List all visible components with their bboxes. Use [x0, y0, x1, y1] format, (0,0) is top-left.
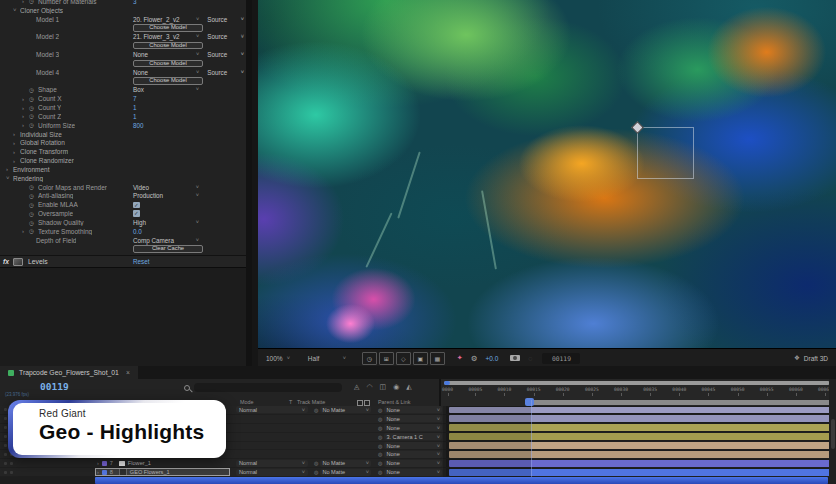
stopwatch-icon[interactable] — [29, 184, 38, 190]
mode-dropdown[interactable]: Normal — [236, 469, 308, 476]
table-row[interactable]: 8 GEO Flowers_1 Normal No Matte None — [0, 468, 836, 477]
draft-3d-toggle[interactable]: Draft 3D — [794, 354, 828, 362]
track-matte-cell[interactable]: No Matte — [314, 469, 371, 476]
effect-row[interactable]: › Count Y 1 1 1 — [0, 103, 246, 112]
source-dropdown[interactable]: Source — [207, 16, 244, 23]
transparency-grid-icon[interactable] — [430, 352, 445, 365]
eye-icon[interactable] — [4, 462, 7, 465]
twirl-icon[interactable]: › — [22, 0, 29, 4]
parent-link-cell[interactable]: None — [378, 460, 442, 467]
checkbox[interactable] — [133, 202, 140, 209]
resolution-dropdown[interactable]: Half — [308, 355, 346, 362]
twirl-icon[interactable]: › — [13, 131, 20, 137]
frame-blending-icon[interactable] — [380, 383, 387, 391]
search-input[interactable] — [194, 383, 342, 392]
stopwatch-icon[interactable] — [29, 220, 38, 226]
pickwhip-icon[interactable] — [314, 469, 318, 475]
effect-row[interactable]: Clear Cache Clear Cache Clear Cache — [0, 245, 246, 254]
stopwatch-icon[interactable] — [29, 211, 38, 217]
twirl-icon[interactable]: ˅ — [6, 175, 13, 181]
work-area-bar[interactable] — [531, 400, 832, 405]
graph-editor-icon[interactable] — [406, 383, 411, 391]
timeline-scrollbar[interactable] — [829, 379, 836, 484]
preview-time-icon[interactable] — [362, 352, 377, 365]
effect-row[interactable]: › Clone Randomizer — [0, 156, 246, 165]
layer-name-cell[interactable]: 8 GEO Flowers_1 — [95, 468, 230, 476]
mini-flowchart-icon[interactable] — [354, 383, 359, 391]
parent-link-cell[interactable]: None — [378, 406, 442, 413]
property-value[interactable]: 1 — [133, 104, 137, 111]
effect-row[interactable]: Choose Model Choose Model Choose Model — [0, 24, 246, 33]
property-dropdown[interactable]: None — [133, 51, 199, 58]
parent-link-column-header[interactable]: Parent & Link — [378, 399, 410, 405]
layer-name-cell[interactable]: 7 Flower_1 — [95, 459, 230, 467]
property-dropdown[interactable]: 21. Flower_3_v2 — [133, 33, 199, 40]
pickwhip-icon[interactable] — [378, 469, 382, 475]
stopwatch-icon[interactable] — [29, 105, 38, 111]
twirl-icon[interactable] — [97, 460, 99, 466]
time-navigator-bar[interactable] — [444, 381, 830, 385]
twirl-icon[interactable]: › — [13, 149, 20, 155]
track-matte-dropdown[interactable]: No Matte — [320, 406, 371, 413]
twirl-icon[interactable]: › — [22, 105, 29, 111]
eye-icon[interactable] — [4, 471, 7, 474]
effect-row[interactable]: Model 3 None None Source None — [0, 50, 246, 59]
effect-row[interactable]: Shape Box Box Box — [0, 85, 246, 94]
property-dropdown[interactable]: Comp Camera — [133, 237, 199, 244]
property-dropdown[interactable]: Video — [133, 184, 199, 191]
stopwatch-icon[interactable] — [29, 96, 38, 102]
levels-effect-row[interactable]: fx Levels Reset — [0, 255, 246, 267]
effect-row[interactable]: › Environment — [0, 165, 246, 174]
stopwatch-icon[interactable] — [29, 202, 38, 208]
twirl-icon[interactable]: › — [22, 228, 29, 234]
close-icon[interactable]: × — [126, 369, 130, 376]
track-matte-cell[interactable]: No Matte — [314, 460, 371, 467]
parent-link-cell[interactable]: None — [378, 415, 442, 422]
time-navigator-handle[interactable] — [444, 381, 450, 385]
effect-row[interactable]: Color Maps and Render Video Video Video — [0, 183, 246, 192]
parent-dropdown[interactable]: None — [384, 469, 442, 476]
preview-frame-field[interactable]: 00119 — [542, 353, 580, 364]
eye-icon[interactable] — [4, 453, 7, 456]
mode-dropdown[interactable]: Normal — [236, 460, 308, 467]
parent-dropdown[interactable]: None — [384, 415, 442, 422]
choose-model-button[interactable]: Choose Model — [133, 42, 203, 49]
effect-row[interactable]: › Clone Transform — [0, 147, 246, 156]
property-dropdown[interactable]: Production — [133, 192, 199, 199]
stopwatch-icon[interactable] — [29, 87, 38, 93]
grid-guides-icon[interactable] — [379, 352, 394, 365]
parent-link-cell[interactable]: None — [378, 442, 442, 449]
effect-row[interactable]: Oversample — [0, 209, 246, 218]
track-matte-column-header[interactable]: Track Matte — [297, 399, 325, 405]
effect-row[interactable]: Choose Model Choose Model Choose Model — [0, 59, 246, 68]
effect-row[interactable]: › Individual Size — [0, 130, 246, 139]
eye-icon[interactable] — [4, 435, 7, 438]
property-value[interactable]: 7 — [133, 95, 137, 102]
parent-link-cell[interactable]: None — [378, 469, 442, 476]
t-column-header[interactable]: T — [289, 399, 292, 405]
lock-icon[interactable] — [10, 471, 13, 474]
source-dropdown[interactable]: Source — [207, 51, 244, 58]
eye-icon[interactable] — [4, 408, 7, 411]
playhead-handle[interactable] — [525, 398, 534, 406]
eye-icon[interactable] — [4, 417, 7, 420]
parent-dropdown[interactable]: None — [384, 451, 442, 458]
twirl-icon[interactable] — [97, 469, 99, 475]
effect-row[interactable]: ˅ Rendering — [0, 174, 246, 183]
effect-row[interactable]: Depth of Field Comp Camera Comp Camera C… — [0, 236, 246, 245]
effect-row[interactable]: Anti-aliasing Production Production Prod… — [0, 192, 246, 201]
twirl-icon[interactable]: › — [13, 140, 20, 146]
property-value[interactable]: 3 — [133, 0, 137, 5]
mask-visibility-icon[interactable] — [396, 352, 411, 365]
effect-row[interactable]: › Global Rotation — [0, 139, 246, 148]
reset-link[interactable]: Reset — [133, 258, 149, 265]
checkbox[interactable] — [133, 210, 140, 217]
toggle-switches-icon[interactable] — [357, 400, 363, 406]
time-ruler[interactable]: 0000000050001000015000200002500030000350… — [440, 379, 836, 406]
effect-row[interactable]: › Count X 7 7 7 — [0, 94, 246, 103]
composition-viewport[interactable] — [258, 0, 836, 348]
effect-row[interactable]: Model 2 21. Flower_3_v2 21. Flower_3_v2 … — [0, 32, 246, 41]
effect-row[interactable]: ˅ Cloner Objects — [0, 6, 246, 15]
magnification-dropdown[interactable]: 100% — [266, 355, 290, 362]
effect-row[interactable]: Choose Model Choose Model Choose Model — [0, 77, 246, 86]
